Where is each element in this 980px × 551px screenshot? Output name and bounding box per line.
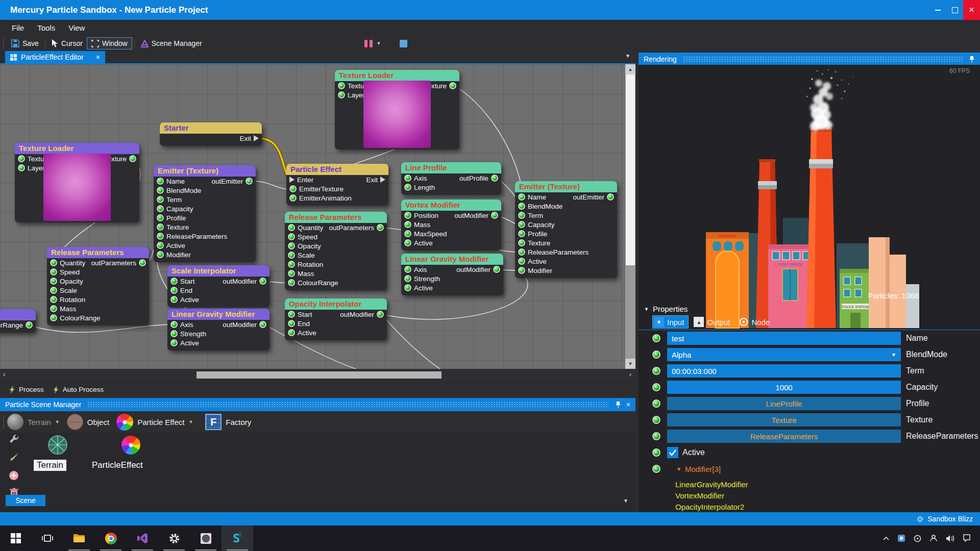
properties-header[interactable]: ▼ Properties [644,305,688,313]
input-port-icon[interactable] [50,287,57,294]
file-explorer-button[interactable] [63,525,95,551]
task-view-button[interactable] [32,525,63,551]
horizontal-scroll-thumb[interactable] [197,371,442,379]
input-port-icon[interactable] [288,261,295,268]
toolbar-grip[interactable] [3,415,5,429]
terrain-tool-button[interactable]: Terrain ▼ [7,414,60,430]
tab-input[interactable]: ▼ Input [652,315,689,329]
input-port-icon[interactable] [170,321,178,328]
input-port-icon[interactable] [157,251,164,258]
input-port-icon[interactable] [518,258,525,265]
chrome-button[interactable] [95,525,127,551]
particleeffect-item-label[interactable]: ParticleEffect [92,460,143,470]
wrench-icon[interactable] [8,434,19,445]
pause-dropdown-caret[interactable]: ▼ [377,41,381,46]
object-tool-button[interactable]: Object [67,414,109,430]
input-port-icon[interactable] [288,311,295,318]
modifier-item[interactable]: LinearGravityModifier [675,479,980,490]
input-port-icon[interactable] [289,185,297,192]
input-port-icon[interactable] [652,367,660,375]
input-port-icon[interactable] [288,224,295,231]
input-port-icon[interactable] [652,383,660,391]
input-port-icon[interactable] [157,178,164,185]
maximize-button[interactable] [946,0,963,20]
input-port-icon[interactable] [404,221,411,228]
node-opacity-interpolator[interactable]: Opacity InterpolatorStartoutModifierEndA… [285,298,387,340]
collapse-caret-icon[interactable]: ▼ [644,307,649,312]
input-port-icon[interactable] [288,320,295,327]
particle-effect-tool-button[interactable]: Particle Effect ▼ [116,414,193,431]
output-port-icon[interactable] [129,155,136,162]
auto-process-button[interactable]: Auto Process [53,386,104,394]
scene-button[interactable]: Scene [6,495,45,506]
field-texture[interactable]: Texture [667,413,901,427]
output-port-icon[interactable] [491,174,498,182]
input-port-icon[interactable] [157,196,164,203]
node-canvas[interactable]: Texture LoaderTexturetextureLayerTexture… [0,64,625,369]
input-port-icon[interactable] [157,187,164,194]
menu-view[interactable]: View [62,21,91,34]
node-linear-gravity-modifier[interactable]: Linear Gravity ModifierAxisoutModifierSt… [401,254,503,295]
visual-studio-button[interactable] [127,525,158,551]
tray-circle-icon[interactable] [914,535,921,542]
scene-manager-header[interactable]: Particle Scene Manager × [0,398,635,411]
input-port-icon[interactable] [157,214,164,221]
input-port-icon[interactable] [404,230,411,237]
active-checkbox[interactable] [667,447,678,458]
input-port-icon[interactable] [157,233,164,240]
input-port-icon[interactable] [50,305,57,312]
input-port-icon[interactable] [404,184,411,191]
scroll-left-icon[interactable]: ‹ [3,370,5,378]
input-port-icon[interactable] [157,242,164,249]
input-port-icon[interactable] [50,268,57,276]
input-port-icon[interactable] [50,314,57,321]
scroll-up-icon[interactable]: ▲ [625,64,635,74]
menu-file[interactable]: File [5,21,31,34]
tab-output[interactable]: ▲ Output [693,316,734,328]
settings-button[interactable] [158,525,190,551]
node-texture-loader[interactable]: Texture LoaderTexturetextureLayer [15,143,139,222]
input-port-icon[interactable] [50,259,57,266]
toolbar-grip[interactable] [3,38,5,49]
node-release-parameters[interactable]: Release ParametersQuantityoutParametersS… [285,212,387,290]
input-port-icon[interactable] [518,221,525,228]
scroll-down-icon[interactable]: ▼ [625,359,635,369]
pause-button[interactable] [364,40,373,47]
field-capacity[interactable]: 1000 [667,381,901,394]
scroll-right-icon[interactable]: › [629,370,631,378]
tab-close-icon[interactable]: × [96,53,100,61]
node-scale-interpolator[interactable]: Scale InterpolatorStartoutModifierEndAct… [167,265,270,307]
output-port-icon[interactable] [246,178,253,185]
brush-icon[interactable] [8,452,19,463]
field-profile[interactable]: LineProfile [667,397,901,410]
input-port-icon[interactable] [652,448,660,457]
field-term[interactable]: 00:00:03:000 [667,364,901,378]
enter-port-icon[interactable] [289,177,295,183]
start-button[interactable] [0,525,32,551]
scene-manager-button[interactable]: Scene Manager [137,38,206,49]
save-button[interactable]: Save [7,38,43,49]
input-port-icon[interactable] [404,284,411,291]
node-release-parameters[interactable]: Release ParametersQuantityoutParametersS… [47,247,149,325]
input-port-icon[interactable] [652,465,660,473]
sandbox-app-button[interactable]: S░ [222,525,253,551]
tray-expand-icon[interactable] [883,536,889,540]
input-port-icon[interactable] [289,194,297,202]
input-port-icon[interactable] [404,174,411,182]
input-port-icon[interactable] [288,270,295,277]
rendering-viewport[interactable]: STATION POST OF [639,65,980,512]
field-releaseparameters[interactable]: ReleaseParameters [667,430,901,443]
input-port-icon[interactable] [338,91,345,98]
input-port-icon[interactable] [170,330,178,337]
modifier-item[interactable]: VortexModifier [675,490,980,501]
input-port-icon[interactable] [288,242,295,249]
input-port-icon[interactable] [652,416,660,424]
input-port-icon[interactable] [18,164,25,171]
dropdown-caret-icon[interactable]: ▼ [891,352,896,358]
panel-close-icon[interactable]: × [626,400,630,409]
input-port-icon[interactable] [518,203,525,210]
node-particle-effect[interactable]: Particle EffectEnterExitEmitterTextureEm… [286,164,388,206]
input-port-icon[interactable] [170,287,178,294]
pin-icon[interactable] [969,56,975,63]
rendering-header[interactable]: Rendering [639,53,980,66]
